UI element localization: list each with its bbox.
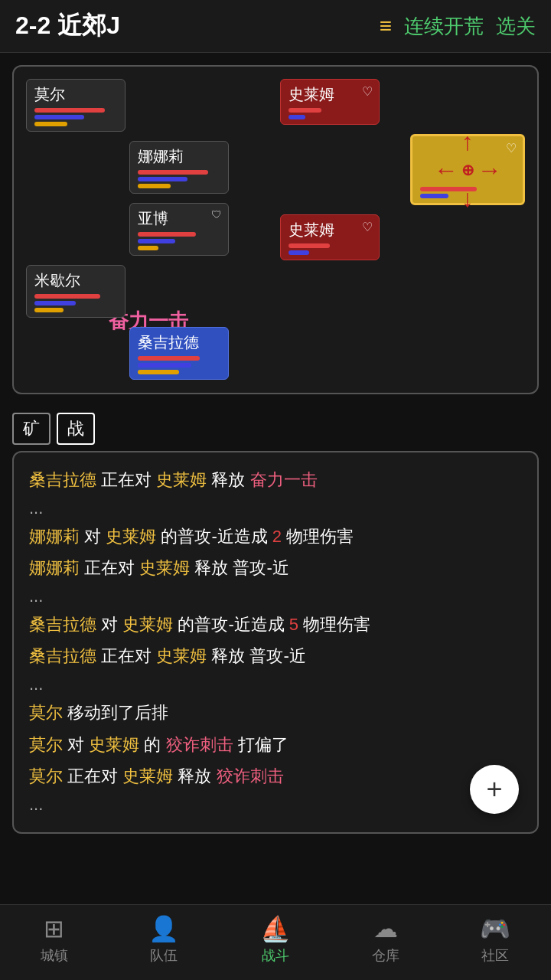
char-card-yabo[interactable]: 亚博 🛡: [129, 203, 229, 256]
log-entry-6: 莫尔 移动到了后排: [29, 697, 522, 728]
tab-battle[interactable]: 战: [57, 413, 95, 445]
tab-mine[interactable]: 矿: [12, 413, 51, 445]
bottom-nav: ⊞ 城镇 👤 队伍 ⛵ 战斗 ☁ 仓库 🎮 社区: [0, 904, 551, 980]
char-name-enemy1: 史莱姆: [289, 84, 371, 105]
char-card-mol[interactable]: 莫尔: [26, 79, 126, 132]
hp-bar-enemy3: [289, 243, 330, 248]
log-entry-3: 娜娜莉 正在对 史莱姆 释放 普攻-近: [29, 553, 522, 583]
heart-icon-enemy1: ♡: [362, 84, 373, 99]
hp-bar-yabo: [138, 232, 196, 237]
header: 2-2 近郊J ≡ 连续开荒 选关: [0, 0, 551, 53]
team-icon: 👤: [148, 914, 179, 943]
nav-team-label: 队伍: [150, 946, 178, 965]
char-name-enemy3: 史莱姆: [289, 220, 371, 240]
nav-warehouse[interactable]: ☁ 仓库: [372, 914, 399, 965]
nav-battle[interactable]: ⛵ 战斗: [260, 914, 291, 965]
battle-icon: ⛵: [260, 914, 291, 943]
ex-bar-sang: [138, 370, 179, 374]
char-name-yabo: 亚博: [138, 208, 220, 229]
char-card-enemy1[interactable]: 史莱姆 ♡: [280, 79, 380, 125]
char-card-enemy3[interactable]: 史莱姆 ♡: [280, 214, 380, 260]
battle-area: 莫尔 娜娜莉 亚博 🛡: [12, 65, 539, 394]
log-area: 桑吉拉德 正在对 史莱姆 释放 奋力一击 ... 娜娜莉 对 史莱姆 的普攻-近…: [12, 451, 539, 834]
team-right: 史莱姆 ♡ ↑ ←⊕→ ↓ ♡ 史莱姆 ♡: [280, 79, 525, 381]
ex-bar-migel: [34, 308, 64, 312]
nav-community[interactable]: 🎮 社区: [480, 914, 510, 965]
bar-row-migel: [34, 294, 117, 312]
bar-row-sang: [138, 356, 220, 374]
city-icon: ⊞: [44, 914, 64, 943]
crosshair-icon: ↑ ←⊕→ ↓: [434, 127, 502, 212]
hp-bar-migel: [34, 294, 100, 299]
log-dots-4: ...: [29, 795, 522, 815]
log-dots-3: ...: [29, 675, 522, 694]
log-entry-1: 桑吉拉德 正在对 史莱姆 释放 奋力一击: [29, 465, 522, 495]
tabs: 矿 战: [0, 407, 551, 451]
char-card-enemy2[interactable]: ↑ ←⊕→ ↓ ♡: [410, 134, 525, 205]
hp-bar-nana: [138, 170, 208, 175]
log-entry-2: 娜娜莉 对 史莱姆 的普攻-近造成 2 物理伤害: [29, 521, 522, 552]
log-dots-1: ...: [29, 498, 522, 518]
bar-row-enemy1: [289, 108, 371, 119]
bar-row-enemy3: [289, 243, 371, 255]
nav-battle-label: 战斗: [262, 946, 289, 965]
hp-bar-enemy1: [289, 108, 321, 113]
shield-icon: 🛡: [211, 208, 222, 220]
nav-city[interactable]: ⊞ 城镇: [41, 914, 68, 965]
warehouse-icon: ☁: [373, 914, 398, 943]
farm-button[interactable]: 连续开荒: [404, 13, 484, 40]
ex-bar-mol: [34, 122, 67, 126]
log-entry-8: 莫尔 正在对 史莱姆 释放 狡诈刺击: [29, 761, 522, 792]
heart-icon-enemy2: ♡: [506, 141, 517, 155]
log-dots-2: ...: [29, 586, 522, 606]
fab-button[interactable]: +: [470, 765, 519, 814]
ex-bar-yabo: [138, 246, 158, 250]
bar-row-yabo: [138, 232, 220, 250]
sp-bar-nana: [138, 177, 187, 181]
sp-bar-enemy3: [289, 250, 309, 255]
sp-bar-sang: [138, 363, 191, 368]
sp-bar-migel: [34, 301, 76, 305]
nav-city-label: 城镇: [41, 946, 68, 965]
bar-row-nana: [138, 170, 220, 188]
select-button[interactable]: 选关: [496, 13, 536, 40]
sp-bar-yabo: [138, 239, 175, 243]
log-entry-7: 莫尔 对 史莱姆 的 狡诈刺击 打偏了: [29, 730, 522, 760]
char-card-nana[interactable]: 娜娜莉: [129, 141, 229, 194]
sp-bar-enemy1: [289, 115, 305, 119]
community-icon: 🎮: [480, 914, 510, 943]
menu-icon[interactable]: ≡: [380, 14, 392, 38]
char-card-sang[interactable]: 桑吉拉德: [129, 327, 229, 380]
char-name-mol: 莫尔: [34, 84, 117, 105]
nav-warehouse-label: 仓库: [372, 946, 399, 965]
log-entry-5: 桑吉拉德 正在对 史莱姆 释放 普攻-近: [29, 641, 522, 671]
page-title: 2-2 近郊J: [15, 9, 367, 43]
nav-community-label: 社区: [481, 946, 509, 965]
ex-bar-nana: [138, 184, 171, 188]
team-left: 莫尔 娜娜莉 亚博 🛡: [26, 79, 271, 381]
heart-icon-enemy3: ♡: [362, 220, 373, 234]
hp-bar-sang: [138, 356, 200, 361]
char-name-nana: 娜娜莉: [138, 146, 220, 167]
char-card-migel[interactable]: 米歇尔: [26, 265, 126, 318]
bar-row-mol: [34, 108, 117, 126]
char-name-sang: 桑吉拉德: [138, 332, 220, 353]
hp-bar-mol: [34, 108, 105, 113]
sp-bar-mol: [34, 115, 84, 119]
log-entry-4: 桑吉拉德 对 史莱姆 的普攻-近造成 5 物理伤害: [29, 609, 522, 640]
char-name-migel: 米歇尔: [34, 270, 117, 291]
nav-team[interactable]: 👤 队伍: [148, 914, 179, 965]
